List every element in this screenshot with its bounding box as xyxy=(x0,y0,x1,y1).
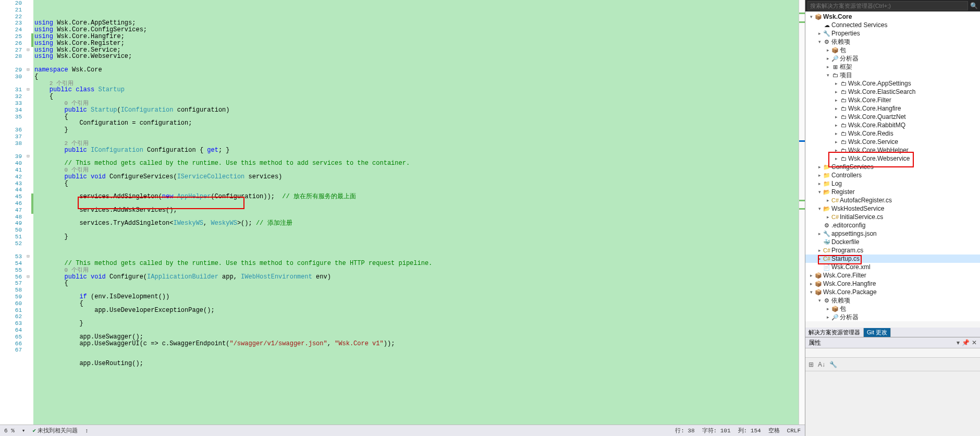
tree-item[interactable]: ▸🗀Wsk.Core.ElasticSearch xyxy=(805,88,980,96)
tree-item[interactable]: ▸🗀Wsk.Core.RabbitMQ xyxy=(805,121,980,129)
props-dropdown-icon[interactable]: ▾ xyxy=(957,339,960,346)
search-icon[interactable]: 🔍 xyxy=(970,2,978,9)
tree-item[interactable]: ▸🗀Wsk.Core.Service xyxy=(805,138,980,146)
status-bar: 6 % ▾ 未找到相关问题 行: 38 字符: 101 列: 154 空格 CR… xyxy=(0,425,805,436)
tree-item[interactable]: ▸🗀Wsk.Core.Redis xyxy=(805,129,980,138)
tree-item[interactable]: ▸🔧appsettings.json xyxy=(805,229,980,238)
cursor-char: 字符: 101 xyxy=(702,427,731,434)
solution-tree[interactable]: ▾📦Wsk.Core☁Connected Services▸🔧Propertie… xyxy=(805,11,980,321)
editor-pane: 2021222324252627282930313233343536373839… xyxy=(0,0,805,436)
tree-item[interactable]: ▾⚙依赖项 xyxy=(805,296,980,305)
code-editor[interactable]: 2021222324252627282930313233343536373839… xyxy=(0,0,805,425)
tree-item[interactable]: ▸🔧Properties xyxy=(805,29,980,38)
tree-item[interactable]: 📄Wsk.Core.xml xyxy=(805,263,980,271)
tree-item[interactable]: ▸⊞框架 xyxy=(805,63,980,71)
tree-item[interactable]: ☁Connected Services xyxy=(805,21,980,29)
solution-tree-wrap: ▾📦Wsk.Core☁Connected Services▸🔧Propertie… xyxy=(805,11,980,328)
fold-gutter[interactable]: ⊟⊟⊟⊟⊟⊟ xyxy=(25,0,31,425)
tree-item[interactable]: ▸C#Startup.cs xyxy=(805,255,980,263)
tree-item[interactable]: ▸🗀Wsk.Core.Hangfire xyxy=(805,104,980,113)
explorer-tabs: 解决方案资源管理器 Git 更改 xyxy=(805,328,980,337)
zoom-level[interactable]: 6 % xyxy=(4,428,15,434)
minimap[interactable] xyxy=(799,0,805,425)
properties-header: 属性 ▾ 📌 ✕ xyxy=(805,337,980,348)
tree-item[interactable]: ▸📦包 xyxy=(805,305,980,313)
indent-mode[interactable]: 空格 xyxy=(768,427,780,434)
tree-item[interactable]: ▸🗀Wsk.Core.Filter xyxy=(805,96,980,104)
tree-item[interactable]: ⚙.editorconfig xyxy=(805,221,980,229)
tree-item[interactable]: ▸📦Wsk.Core.Hangfire xyxy=(805,280,980,288)
tree-item[interactable]: ▾📦Wsk.Core.Package xyxy=(805,288,980,296)
tree-item[interactable]: ▸🗀Wsk.Core.QuartzNet xyxy=(805,113,980,121)
properties-body xyxy=(805,371,980,436)
tree-item[interactable]: ▸📦包 xyxy=(805,46,980,54)
tree-item[interactable]: ▸C#InitialService.cs xyxy=(805,213,980,221)
tree-item[interactable]: ▾🗀项目 xyxy=(805,71,980,79)
tree-item[interactable]: ▾📂WskHostedService xyxy=(805,204,980,213)
props-pin-icon[interactable]: 📌 xyxy=(962,339,970,346)
cursor-line: 行: 38 xyxy=(675,427,694,434)
zoom-dropdown-icon[interactable]: ▾ xyxy=(22,427,26,434)
tree-item[interactable]: ▸C#Program.cs xyxy=(805,246,980,255)
line-number-gutter: 2021222324252627282930313233343536373839… xyxy=(0,0,25,425)
props-categorize-icon[interactable]: ⊞ xyxy=(808,361,814,368)
tree-item[interactable]: ▾📦Wsk.Core xyxy=(805,13,980,21)
properties-title: 属性 xyxy=(808,338,821,347)
props-close-icon[interactable]: ✕ xyxy=(972,339,977,346)
line-ending[interactable]: CRLF xyxy=(787,428,801,434)
tree-item[interactable]: ▸🔎分析器 xyxy=(805,313,980,321)
tree-item[interactable]: ▸🗀Wsk.Core.WebHelper xyxy=(805,146,980,154)
tree-item[interactable]: ▸📦Wsk.Core.Filter xyxy=(805,271,980,280)
code-area[interactable]: using Wsk.Core.AppSettings;using Wsk.Cor… xyxy=(33,0,799,425)
solution-explorer-pane: 🔍 ▾📦Wsk.Core☁Connected Services▸🔧Propert… xyxy=(805,0,980,436)
props-wrench-icon[interactable]: 🔧 xyxy=(829,361,837,368)
tree-item[interactable]: ▸📁Log xyxy=(805,179,980,188)
tab-git-changes[interactable]: Git 更改 xyxy=(864,328,891,337)
tree-item[interactable]: ▸🗀Wsk.Core.AppSettings xyxy=(805,79,980,88)
tree-item[interactable]: ▸🔎分析器 xyxy=(805,54,980,63)
tree-item[interactable]: ▾📂Register xyxy=(805,188,980,196)
issues-status[interactable]: 未找到相关问题 xyxy=(32,427,78,434)
tree-item[interactable]: ▸C#AutofacRegister.cs xyxy=(805,196,980,204)
properties-toolbar: ⊞ A↓ 🔧 xyxy=(805,358,980,371)
solution-search-row: 🔍 xyxy=(805,0,980,11)
tab-solution-explorer[interactable]: 解决方案资源管理器 xyxy=(805,328,864,337)
tree-item[interactable]: ▸🗀Wsk.Core.Webservice xyxy=(805,154,980,163)
properties-panel: 属性 ▾ 📌 ✕ ⊞ A↓ 🔧 xyxy=(805,337,980,436)
cursor-col: 列: 154 xyxy=(738,427,761,434)
tree-item[interactable]: 🐳Dockerfile xyxy=(805,238,980,246)
tree-item[interactable]: ▾⚙依赖项 xyxy=(805,38,980,46)
tree-item[interactable]: ▸📁Controllers xyxy=(805,171,980,179)
tree-item[interactable]: ▸📁ConfigServices xyxy=(805,163,980,171)
scroll-sync-icon[interactable] xyxy=(85,428,90,434)
props-alpha-icon[interactable]: A↓ xyxy=(818,361,825,368)
solution-search-input[interactable] xyxy=(807,1,968,10)
